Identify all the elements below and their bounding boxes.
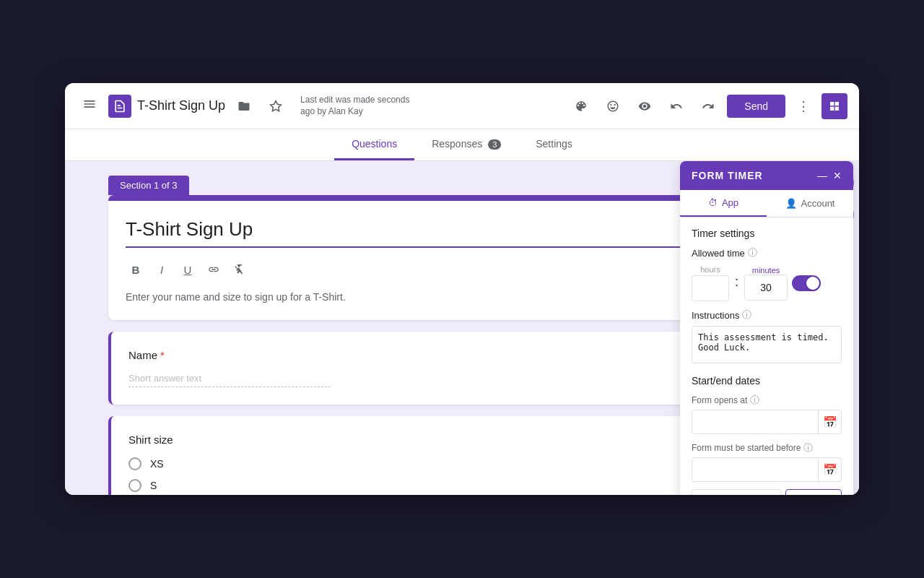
undo-icon[interactable] <box>663 93 689 119</box>
svg-marker-0 <box>271 100 282 111</box>
preview-eye-icon[interactable] <box>632 93 658 119</box>
link-icon[interactable] <box>204 259 224 280</box>
timer-header-buttons: — ✕ <box>817 170 842 181</box>
shirt-size-question-card: Shirt size XS S M <box>108 416 778 495</box>
form-must-start-input-row: 📅 <box>692 457 842 482</box>
redo-icon[interactable] <box>695 93 721 119</box>
hours-input[interactable] <box>692 275 729 301</box>
form-title-header: T-Shirt Sign Up <box>137 98 225 113</box>
timer-tab-app[interactable]: ⏱ App <box>680 190 767 217</box>
opens-at-calendar-icon[interactable]: 📅 <box>818 410 841 434</box>
must-start-calendar-icon[interactable]: 📅 <box>818 458 841 481</box>
copy-link-button[interactable]: COPY LINK <box>785 489 842 495</box>
timer-account-icon: 👤 <box>785 198 797 209</box>
menu-icon[interactable] <box>77 91 103 121</box>
instructions-textarea[interactable]: This assessment is timed. Good Luck. <box>692 326 842 363</box>
copy-link-row: COPY LINK <box>692 489 842 495</box>
timer-settings-title: Timer settings <box>692 228 842 239</box>
header: T-Shirt Sign Up Last edit was made secon… <box>65 83 859 129</box>
radio-xs[interactable] <box>128 457 141 470</box>
more-options-icon[interactable]: ⋮ <box>791 92 816 120</box>
short-answer-placeholder[interactable]: Short answer text <box>128 373 331 387</box>
radio-s[interactable] <box>128 479 141 492</box>
tab-settings[interactable]: Settings <box>518 129 590 160</box>
timer-app-icon: ⏱ <box>708 197 718 208</box>
time-colon: : <box>733 275 740 290</box>
italic-icon[interactable]: I <box>152 259 172 280</box>
palette-icon[interactable] <box>568 93 594 119</box>
forms-grid-icon[interactable] <box>821 93 847 119</box>
form-opens-at-input[interactable] <box>692 411 818 433</box>
form-description: Enter your name and size to sign up for … <box>126 291 761 303</box>
tab-questions[interactable]: Questions <box>334 129 414 160</box>
timer-minimize-icon[interactable]: — <box>817 170 827 181</box>
timer-tab-account[interactable]: 👤 Account <box>767 190 853 217</box>
start-end-title: Start/end dates <box>692 375 842 387</box>
allowed-time-label: Allowed time ⓘ <box>692 246 757 259</box>
hours-label: hours <box>700 265 720 274</box>
tab-responses[interactable]: Responses 3 <box>414 129 518 160</box>
formatting-bar: B I U <box>126 259 761 280</box>
timer-close-icon[interactable]: ✕ <box>833 170 842 181</box>
toggle-knob <box>806 277 819 290</box>
name-question-card: Name * Short answer text <box>108 332 778 405</box>
clear-format-icon[interactable] <box>230 259 250 280</box>
underline-icon[interactable]: U <box>178 259 198 280</box>
name-question-label: Name * <box>128 349 761 361</box>
form-must-start-label: Form must be started before ⓘ <box>692 441 842 454</box>
emoji-icon[interactable] <box>600 93 626 119</box>
form-must-start-input[interactable] <box>692 459 818 480</box>
title-card: ⌃ ⋮ T-Shirt Sign Up B I U Enter your nam… <box>108 195 778 320</box>
responses-badge: 3 <box>488 139 501 150</box>
star-icon[interactable] <box>263 93 289 119</box>
send-button[interactable]: Send <box>727 95 785 118</box>
main-content: Section 1 of 3 ⌃ ⋮ T-Shirt Sign Up B I U <box>65 161 859 495</box>
timer-body: Timer settings Allowed time ⓘ hours <box>680 217 853 495</box>
timer-toggle[interactable] <box>792 275 821 291</box>
allowed-time-row: Allowed time ⓘ <box>692 246 842 259</box>
header-left: T-Shirt Sign Up Last edit was made secon… <box>77 91 562 121</box>
last-edit-text: Last edit was made seconds ago by Alan K… <box>300 95 409 117</box>
required-star: * <box>160 349 165 361</box>
form-logo <box>108 95 131 118</box>
tabs-bar: Questions Responses 3 Settings <box>65 129 859 161</box>
option-s: S <box>128 479 761 492</box>
time-input-row: hours : minutes <box>692 265 842 301</box>
shirt-size-label: Shirt size <box>128 434 761 446</box>
minutes-label: minutes <box>752 266 780 275</box>
folder-icon[interactable] <box>231 93 257 119</box>
timer-panel: FORM TIMER — ✕ ⏱ App 👤 Account <box>680 161 853 495</box>
header-right: Send ⋮ <box>568 92 847 120</box>
instructions-label: Instructions ⓘ <box>692 309 842 322</box>
right-area: + FORM TIMER — ✕ ⏱ <box>821 161 859 495</box>
timer-tabs: ⏱ App 👤 Account <box>680 190 853 217</box>
link-input[interactable] <box>692 489 781 495</box>
form-opens-at-label: Form opens at ⓘ <box>692 394 842 407</box>
must-start-info-icon[interactable]: ⓘ <box>803 441 813 454</box>
minutes-input[interactable] <box>744 275 788 301</box>
instructions-info-icon[interactable]: ⓘ <box>742 309 751 322</box>
option-xs: XS <box>128 457 761 470</box>
minutes-input-wrap: minutes <box>744 266 788 301</box>
bold-icon[interactable]: B <box>126 259 146 280</box>
section-label: Section 1 of 3 <box>108 176 189 195</box>
hours-input-wrap: hours <box>692 265 729 301</box>
allowed-time-info-icon[interactable]: ⓘ <box>748 246 757 259</box>
opens-at-info-icon[interactable]: ⓘ <box>750 394 759 407</box>
timer-header: FORM TIMER — ✕ <box>680 161 853 190</box>
form-title-field[interactable]: T-Shirt Sign Up <box>126 218 761 248</box>
form-opens-at-input-row: 📅 <box>692 410 842 434</box>
timer-panel-title: FORM TIMER <box>692 170 763 181</box>
